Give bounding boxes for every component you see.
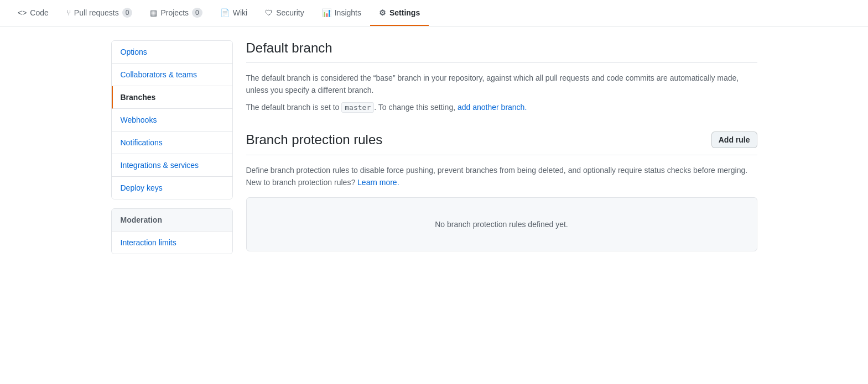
- pr-badge: 0: [122, 8, 133, 18]
- projects-badge: 0: [192, 8, 202, 18]
- nav-item-settings-label: Settings: [389, 8, 420, 17]
- wiki-icon: 📄: [220, 8, 230, 17]
- nav-item-insights[interactable]: 📊 Insights: [313, 1, 370, 26]
- add-rule-button[interactable]: Add rule: [711, 131, 757, 148]
- nav-item-code-label: Code: [30, 8, 48, 17]
- nav-item-pr-label: Pull requests: [74, 8, 119, 17]
- no-rules-empty-state: No branch protection rules defined yet.: [246, 197, 757, 251]
- sidebar-item-notifications[interactable]: Notifications: [112, 131, 232, 154]
- nav-item-projects[interactable]: ▦ Projects 0: [141, 0, 211, 27]
- sidebar-section-1: Options Collaborators & teams Branches W…: [111, 40, 233, 199]
- pull-request-icon: ⑂: [66, 8, 71, 17]
- nav-item-pull-requests[interactable]: ⑂ Pull requests 0: [58, 0, 142, 27]
- gear-icon: ⚙: [379, 8, 386, 17]
- protection-rules-header: Branch protection rules Add rule: [246, 131, 757, 155]
- protection-rules-description: Define branch protection rules to disabl…: [246, 164, 757, 189]
- default-branch-section: Default branch The default branch is con…: [246, 40, 757, 114]
- nav-item-wiki[interactable]: 📄 Wiki: [211, 1, 256, 26]
- learn-more-link[interactable]: Learn more.: [357, 178, 399, 187]
- sidebar-section-2: Moderation Interaction limits: [111, 208, 233, 254]
- sidebar-item-interaction-limits[interactable]: Interaction limits: [112, 232, 232, 254]
- nav-item-security[interactable]: 🛡 Security: [256, 1, 313, 26]
- default-branch-description-2: The default branch is set to master. To …: [246, 101, 757, 114]
- add-another-branch-link[interactable]: add another branch.: [458, 103, 527, 112]
- nav-item-code[interactable]: <> Code: [9, 1, 58, 26]
- default-branch-title: Default branch: [246, 40, 757, 63]
- sidebar-item-webhooks[interactable]: Webhooks: [112, 109, 232, 131]
- sidebar-section-2-header: Moderation: [112, 209, 232, 232]
- nav-item-insights-label: Insights: [335, 8, 361, 17]
- protection-desc-prefix: Define branch protection rules to disabl…: [246, 166, 748, 187]
- nav-item-projects-label: Projects: [160, 8, 189, 17]
- top-nav: <> Code ⑂ Pull requests 0 ▦ Projects 0 📄…: [0, 0, 868, 27]
- desc2-suffix: . To change this setting,: [374, 103, 458, 112]
- default-branch-description-1: The default branch is considered the “ba…: [246, 72, 757, 97]
- sidebar-item-integrations-services[interactable]: Integrations & services: [112, 154, 232, 177]
- page-layout: Options Collaborators & teams Branches W…: [102, 40, 766, 269]
- sidebar-item-deploy-keys[interactable]: Deploy keys: [112, 177, 232, 199]
- code-icon: <>: [18, 8, 27, 17]
- protection-rules-title: Branch protection rules: [246, 132, 383, 148]
- sidebar: Options Collaborators & teams Branches W…: [111, 40, 233, 263]
- nav-item-wiki-label: Wiki: [233, 8, 247, 17]
- sidebar-item-options[interactable]: Options: [112, 41, 232, 64]
- graph-icon: 📊: [322, 8, 331, 17]
- projects-icon: ▦: [150, 8, 157, 17]
- main-content: Default branch The default branch is con…: [246, 40, 757, 269]
- sidebar-item-collaborators-teams[interactable]: Collaborators & teams: [112, 64, 232, 86]
- sidebar-item-branches[interactable]: Branches: [112, 86, 232, 109]
- branch-protection-section: Branch protection rules Add rule Define …: [246, 131, 757, 252]
- nav-item-settings[interactable]: ⚙ Settings: [370, 1, 429, 26]
- desc2-prefix: The default branch is set to: [246, 103, 342, 112]
- nav-item-security-label: Security: [276, 8, 304, 17]
- desc2-code: master: [341, 102, 374, 113]
- empty-state-text: No branch protection rules defined yet.: [435, 220, 568, 229]
- shield-icon: 🛡: [265, 8, 273, 17]
